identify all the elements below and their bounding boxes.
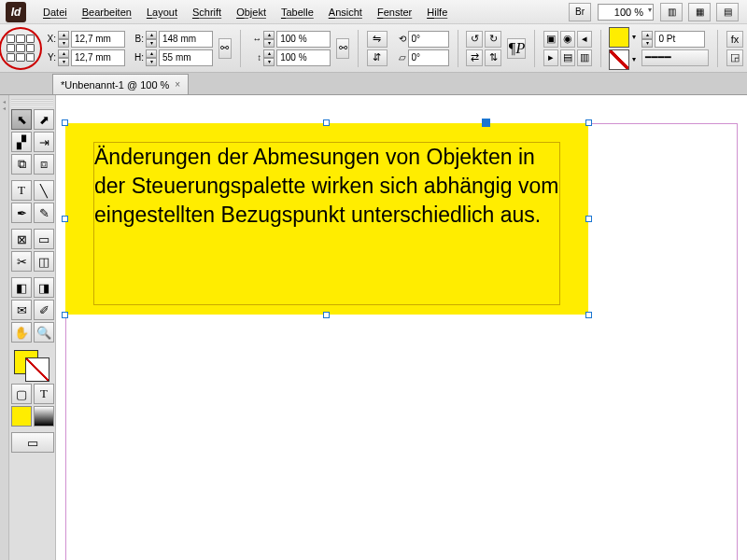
zoom-level-field[interactable]	[598, 4, 654, 21]
constrain-wh-icon[interactable]: ⚯	[218, 38, 232, 59]
gradient-swatch-tool[interactable]: ◧	[11, 277, 32, 298]
document-tab[interactable]: *Unbenannt-1 @ 100 % ×	[52, 74, 189, 94]
corner-icon[interactable]: ◲	[726, 49, 743, 66]
apply-color-icon[interactable]	[11, 406, 32, 427]
app-icon: Id	[6, 2, 26, 22]
fill-swatch[interactable]	[609, 27, 629, 48]
eyedropper-tool[interactable]: ✐	[34, 300, 54, 320]
rectangle-frame-tool[interactable]: ⊠	[11, 229, 32, 249]
screen-mode-tool[interactable]: ▭	[11, 432, 54, 453]
scissors-tool[interactable]: ✂	[11, 251, 32, 272]
selected-text-frame[interactable]: Änderungen der Abmesungen von Objekten i…	[65, 123, 588, 315]
scale-x-field[interactable]	[276, 31, 331, 48]
bridge-button[interactable]: Br	[569, 3, 591, 21]
handle-top-left[interactable]	[62, 119, 68, 126]
reference-point-proxy[interactable]	[4, 32, 37, 65]
fill-stroke-proxy[interactable]	[12, 348, 53, 382]
toolbox-stroke-swatch[interactable]	[25, 357, 49, 382]
shear-icon: ▱	[393, 52, 406, 63]
flip-horiz-icon[interactable]: ⇄	[466, 49, 483, 66]
menu-view[interactable]: Ansicht	[321, 7, 370, 18]
flip-vert-icon[interactable]: ⇅	[485, 49, 501, 66]
menu-file[interactable]: Datei	[35, 7, 75, 18]
flip-v-icon[interactable]: ⇵	[367, 49, 388, 66]
direct-selection-tool[interactable]: ⬈	[34, 109, 54, 130]
reference-point-marker	[482, 119, 490, 127]
handle-middle-left[interactable]	[62, 216, 68, 222]
menu-type[interactable]: Schrift	[185, 7, 229, 18]
stroke-dropdown-icon[interactable]: ▾	[632, 55, 636, 63]
content-collector-tool[interactable]: ⧉	[11, 154, 32, 175]
strokewt-spinner[interactable]: ▴▾	[641, 31, 653, 48]
y-field[interactable]	[71, 49, 125, 66]
pen-tool[interactable]: ✒	[11, 203, 32, 223]
w-spinner[interactable]: ▴▾	[146, 31, 157, 48]
stroke-style-dropdown[interactable]: ━━━━	[641, 49, 709, 66]
gap-tool[interactable]: ⇥	[34, 132, 54, 152]
page-tool[interactable]: ▞	[11, 132, 32, 152]
menu-help[interactable]: Hilfe	[419, 7, 455, 18]
rotate-ccw-icon[interactable]: ↺	[466, 31, 483, 48]
workspace-button[interactable]: ▤	[716, 3, 739, 21]
pencil-tool[interactable]: ✎	[34, 203, 54, 223]
fill-dropdown-icon[interactable]: ▾	[632, 33, 636, 41]
format-text-icon[interactable]: T	[34, 384, 54, 404]
line-tool[interactable]: ╲	[34, 180, 54, 201]
rectangle-tool[interactable]: ▭	[34, 229, 54, 249]
arrange-button[interactable]: ▦	[688, 3, 711, 21]
note-tool[interactable]: ✉	[11, 300, 32, 320]
shear-field[interactable]	[408, 49, 449, 66]
select-container-icon[interactable]: ▣	[543, 31, 558, 48]
close-tab-icon[interactable]: ×	[175, 79, 180, 90]
hand-tool[interactable]: ✋	[11, 322, 32, 343]
flip-h-icon[interactable]: ⇋	[367, 31, 388, 48]
handle-top-middle[interactable]	[323, 119, 330, 126]
h-spinner[interactable]: ▴▾	[146, 49, 157, 66]
arrange2-icon[interactable]: ▥	[577, 49, 592, 66]
scalex-icon: ↔	[248, 34, 261, 44]
screen-mode-button[interactable]: ▥	[660, 3, 683, 21]
document-canvas[interactable]: Änderungen der Abmesungen von Objekten i…	[56, 95, 747, 560]
constrain-scale-icon[interactable]: ⚯	[336, 38, 349, 59]
panel-collapse-bar[interactable]	[0, 95, 9, 560]
scaley-spinner[interactable]: ▴▾	[263, 49, 275, 66]
width-field[interactable]	[159, 31, 213, 48]
rotate-cw-icon[interactable]: ↻	[485, 31, 501, 48]
menu-edit[interactable]: Bearbeiten	[75, 7, 139, 18]
scalex-spinner[interactable]: ▴▾	[263, 31, 275, 48]
x-spinner[interactable]: ▴▾	[58, 31, 69, 48]
free-transform-tool[interactable]: ◫	[34, 251, 54, 272]
select-next-icon[interactable]: ▸	[543, 49, 558, 66]
stroke-swatch[interactable]	[609, 49, 629, 70]
stroke-weight-field[interactable]	[655, 31, 705, 48]
gradient-feather-tool[interactable]: ◨	[34, 277, 54, 298]
handle-top-right[interactable]	[585, 119, 592, 126]
menu-object[interactable]: Objekt	[229, 7, 274, 18]
paragraph-style-icon[interactable]: ¶P	[507, 38, 526, 59]
apply-gradient-icon[interactable]	[34, 406, 54, 427]
x-field[interactable]	[71, 31, 125, 48]
toolbox-grip[interactable]	[11, 99, 53, 106]
handle-bottom-left[interactable]	[62, 312, 68, 318]
handle-bottom-right[interactable]	[585, 312, 592, 318]
scale-y-field[interactable]	[276, 49, 331, 66]
handle-bottom-middle[interactable]	[323, 312, 330, 318]
content-placer-tool[interactable]: ⧈	[34, 154, 54, 175]
arrange-icon[interactable]: ▤	[560, 49, 575, 66]
rotation-field[interactable]	[408, 31, 449, 48]
fx-icon[interactable]: fx	[726, 31, 743, 48]
select-content-icon[interactable]: ◉	[560, 31, 575, 48]
select-prev-icon[interactable]: ◂	[577, 31, 592, 48]
menu-bar: Id Datei Bearbeiten Layout Schrift Objek…	[0, 0, 747, 24]
menu-table[interactable]: Tabelle	[274, 7, 321, 18]
y-spinner[interactable]: ▴▾	[58, 49, 69, 66]
handle-middle-right[interactable]	[585, 216, 592, 222]
menu-window[interactable]: Fenster	[370, 7, 419, 18]
menu-layout[interactable]: Layout	[139, 7, 185, 18]
selection-tool[interactable]: ⬉	[11, 109, 32, 130]
format-container-icon[interactable]: ▢	[11, 384, 32, 404]
zoom-tool[interactable]: 🔍	[34, 322, 54, 343]
type-tool[interactable]: T	[11, 180, 32, 201]
document-tab-title: *Unbenannt-1 @ 100 %	[61, 79, 169, 91]
height-field[interactable]	[159, 49, 213, 66]
